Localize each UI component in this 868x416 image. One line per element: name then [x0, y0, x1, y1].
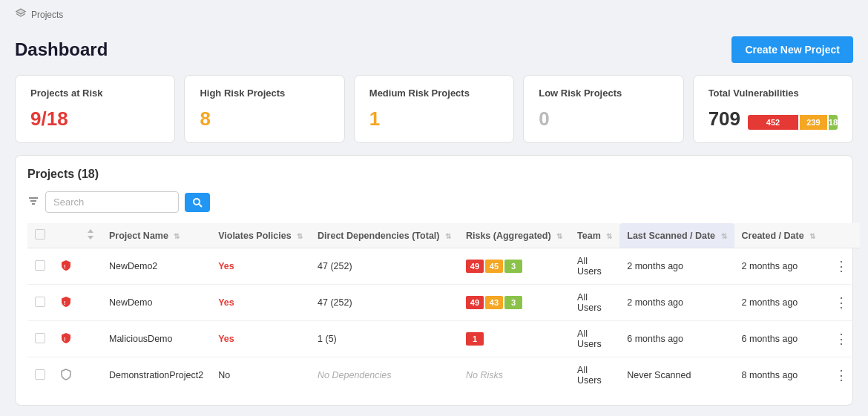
- row-risks: 49453: [458, 248, 570, 285]
- row-last-scanned: 6 months ago: [619, 321, 734, 357]
- projects-section-title: Projects (18): [27, 168, 841, 181]
- th-violates[interactable]: Violates Policies ⇅: [211, 223, 310, 248]
- high-risk-shield-icon: !: [60, 298, 72, 310]
- low-risk-card: Low Risk Projects 0: [523, 75, 683, 143]
- row-actions-cell: ⋮: [823, 248, 860, 285]
- th-risk-icon: [53, 223, 79, 248]
- total-vulnerabilities-card: Total Vulnerabilities 709 452 239 18: [693, 75, 853, 143]
- th-created[interactable]: Created / Date ⇅: [734, 223, 823, 248]
- violates-yes: Yes: [218, 261, 234, 271]
- row-checkbox-cell: [27, 321, 53, 357]
- risk-seg-high: 1: [466, 332, 484, 346]
- breadcrumb: Projects: [15, 7, 63, 22]
- row-checkbox[interactable]: [35, 260, 45, 271]
- no-risks-text: No Risks: [466, 370, 503, 380]
- table-row: DemonstrationProject2NoNo DependenciesNo…: [27, 357, 860, 394]
- vuln-bar: 452 239 18: [748, 115, 838, 130]
- medium-risk-value: 1: [369, 108, 499, 131]
- row-team: All Users: [570, 248, 619, 285]
- toolbar: [27, 191, 841, 213]
- svg-text:!: !: [64, 300, 66, 306]
- row-checkbox-cell: [27, 285, 53, 321]
- project-name-sort-icon: ⇅: [174, 232, 180, 240]
- row-violates: No: [211, 357, 310, 394]
- page-header: Dashboard Create New Project: [0, 29, 868, 75]
- row-checkbox[interactable]: [35, 369, 45, 380]
- row-actions-cell: ⋮: [823, 285, 860, 321]
- row-project-name[interactable]: NewDemo: [102, 285, 211, 321]
- row-created: 2 months ago: [734, 285, 823, 321]
- row-risks: No Risks: [458, 357, 570, 394]
- row-actions-button[interactable]: ⋮: [830, 257, 852, 276]
- high-risk-card: High Risk Projects 8: [184, 75, 344, 143]
- row-risk-icon-cell: [53, 357, 79, 394]
- risk-bar: 49433: [466, 296, 562, 309]
- projects-table: Project Name ⇅ Violates Policies ⇅ Direc…: [27, 223, 860, 393]
- row-sort-cell: [79, 248, 102, 285]
- row-risk-icon-cell: !: [53, 321, 79, 357]
- create-new-project-button[interactable]: Create New Project: [731, 36, 853, 63]
- th-deps[interactable]: Direct Dependencies (Total) ⇅: [310, 223, 458, 248]
- summary-cards: Projects at Risk 9/18 High Risk Projects…: [0, 75, 868, 155]
- risk-bar: 1: [466, 332, 562, 346]
- row-actions-button[interactable]: ⋮: [830, 293, 852, 312]
- created-sort-icon: ⇅: [809, 232, 815, 240]
- high-risk-title: High Risk Projects: [200, 88, 329, 99]
- row-project-name[interactable]: MaliciousDemo: [102, 321, 211, 357]
- risk-seg-high: 49: [466, 296, 484, 309]
- vuln-critical-segment: 452: [748, 115, 798, 130]
- row-created: 6 months ago: [734, 321, 823, 357]
- risk-seg-high: 49: [466, 260, 484, 273]
- row-last-scanned: Never Scanned: [619, 357, 734, 394]
- row-checkbox[interactable]: [35, 297, 45, 307]
- row-actions-button[interactable]: ⋮: [830, 366, 852, 385]
- search-button[interactable]: [185, 193, 210, 212]
- vuln-medium-segment: 239: [800, 115, 827, 130]
- total-vuln-value: 709: [708, 108, 740, 131]
- total-vuln-title: Total Vulnerabilities: [708, 88, 838, 99]
- row-deps: No Dependencies: [310, 357, 458, 394]
- high-risk-shield-icon: !: [60, 334, 72, 346]
- risks-sort-icon: ⇅: [556, 232, 562, 240]
- medium-risk-title: Medium Risk Projects: [369, 88, 499, 99]
- shield-outline-icon: [60, 371, 72, 383]
- row-deps: 47 (252): [310, 285, 458, 321]
- medium-risk-card: Medium Risk Projects 1: [354, 75, 514, 143]
- th-project-name[interactable]: Project Name ⇅: [102, 223, 211, 248]
- row-actions-cell: ⋮: [823, 321, 860, 357]
- search-input[interactable]: [45, 191, 179, 213]
- row-actions-button[interactable]: ⋮: [830, 329, 852, 349]
- scanned-sort-icon: ⇅: [721, 232, 727, 240]
- high-risk-value: 8: [200, 108, 329, 131]
- svg-line-5: [200, 204, 203, 207]
- row-risks: 1: [458, 321, 570, 357]
- row-risk-icon-cell: !: [53, 285, 79, 321]
- risk-seg-low: 3: [504, 260, 522, 273]
- row-risks: 49433: [458, 285, 570, 321]
- row-checkbox-cell: [27, 248, 53, 285]
- row-deps: 1 (5): [310, 321, 458, 357]
- th-risks[interactable]: Risks (Aggregated) ⇅: [458, 223, 570, 248]
- svg-marker-0: [16, 9, 25, 14]
- table-row: ! NewDemoYes47 (252)49433All Users2 mont…: [27, 285, 860, 321]
- row-project-name[interactable]: DemonstrationProject2: [102, 357, 211, 394]
- violates-yes: Yes: [218, 334, 234, 344]
- row-created: 2 months ago: [734, 248, 823, 285]
- projects-at-risk-value: 9/18: [30, 108, 160, 131]
- violates-sort-icon: ⇅: [297, 232, 303, 240]
- projects-table-section: Projects (18): [15, 155, 853, 406]
- row-violates: Yes: [211, 321, 310, 357]
- row-violates: Yes: [211, 285, 310, 321]
- row-checkbox[interactable]: [35, 333, 45, 343]
- low-risk-value: 0: [539, 108, 668, 131]
- risk-seg-medium: 45: [485, 260, 503, 273]
- row-sort-cell: [79, 321, 102, 357]
- filter-icon[interactable]: [27, 195, 39, 210]
- th-scanned[interactable]: Last Scanned / Date ⇅: [619, 223, 734, 248]
- risk-bar: 49453: [466, 260, 562, 273]
- row-project-name[interactable]: NewDemo2: [102, 248, 211, 285]
- projects-at-risk-card: Projects at Risk 9/18: [15, 75, 175, 143]
- table-row: ! NewDemo2Yes47 (252)49453All Users2 mon…: [27, 248, 860, 285]
- th-team[interactable]: Team ⇅: [570, 223, 619, 248]
- table-row: ! MaliciousDemoYes1 (5)1All Users6 month…: [27, 321, 860, 357]
